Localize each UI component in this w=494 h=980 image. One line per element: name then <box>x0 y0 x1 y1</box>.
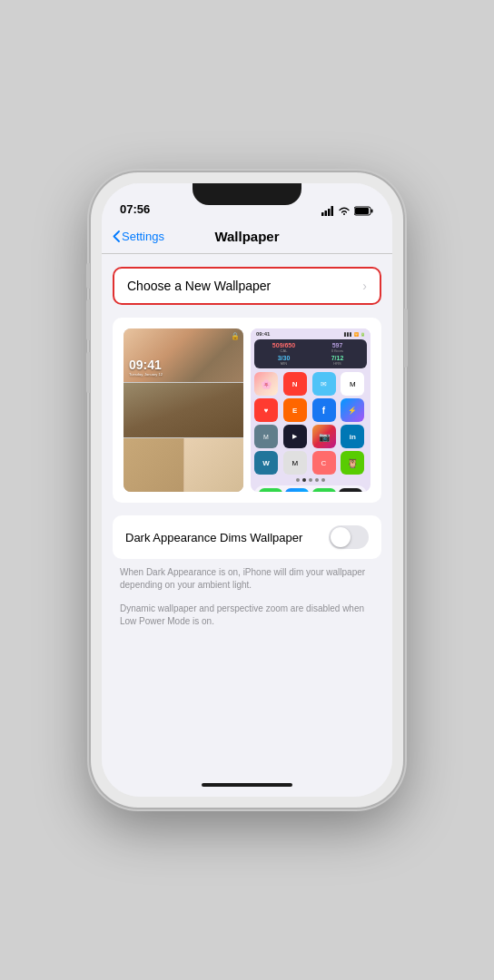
wifi-icon <box>338 206 351 216</box>
choose-wallpaper-container: Choose a New Wallpaper › <box>113 267 381 305</box>
phone-dock-icon[interactable]: 📞 <box>259 488 282 492</box>
choose-wallpaper-label: Choose a New Wallpaper <box>127 279 271 293</box>
low-power-description: Dynamic wallpaper and perspective zoom a… <box>120 603 374 628</box>
power-button[interactable] <box>404 309 408 368</box>
svg-rect-5 <box>371 210 373 213</box>
moto-app-icon[interactable]: M <box>283 451 307 475</box>
home-bar <box>202 783 292 787</box>
home-screen-preview: 09:41 ▋▋▋ 🛜 🔋 509/650 CAL <box>251 328 370 492</box>
signal-icon <box>321 206 334 216</box>
back-button[interactable]: Settings <box>113 230 164 243</box>
page-dot-1 <box>296 478 300 482</box>
page-title: Wallpaper <box>214 229 279 244</box>
fitness-mins: 3/30 MIN <box>258 355 310 366</box>
status-icons <box>321 206 374 216</box>
mining-app-icon[interactable]: M <box>254 425 278 448</box>
photos-app-icon[interactable]: 🌸 <box>254 372 278 396</box>
dark-appearance-section: Dark Appearance Dims Wallpaper <box>113 515 381 559</box>
messenger-app-icon[interactable]: ⚡ <box>341 398 364 422</box>
app-grid: 🌸 N ✉ M ♥ E f ⚡ M ▶ 📷 in W M C <box>251 370 370 476</box>
svg-rect-0 <box>321 212 324 216</box>
fitness-hrs: 7/12 HRS <box>311 355 363 366</box>
phone-frame: 07:56 <box>91 172 403 808</box>
volume-down-button[interactable] <box>86 352 90 393</box>
preview-top-section: 09:41 Tuesday, January 12 🔒 <box>124 328 243 382</box>
battery-icon <box>354 206 374 216</box>
hrs-value: 7/12 <box>311 355 363 361</box>
steps-value: 597 <box>311 342 363 348</box>
page-dot-2 <box>302 478 306 482</box>
fitness-calories: 509/650 CAL <box>258 342 310 353</box>
status-time: 07:56 <box>120 202 150 216</box>
lock-time-overlay: 09:41 Tuesday, January 12 <box>129 358 163 377</box>
safari-dock-icon[interactable]: 🧭 <box>285 488 309 492</box>
chevron-right-icon: › <box>362 279 367 293</box>
volume-up-button[interactable] <box>86 299 90 340</box>
calories-value: 509/650 <box>258 342 310 348</box>
toggle-knob <box>331 527 351 547</box>
fitness-steps: 597 0 floors <box>311 342 363 353</box>
main-content: Choose a New Wallpaper › 09:41 Tuesday, … <box>102 254 392 773</box>
lock-icon: 🔒 <box>231 332 240 340</box>
preview-bot-left <box>124 438 183 492</box>
facebook-app-icon[interactable]: f <box>312 398 336 422</box>
wallpaper-preview: 09:41 Tuesday, January 12 🔒 <box>113 318 381 503</box>
page-dot-5 <box>321 478 325 482</box>
instagram-app-icon[interactable]: 📷 <box>312 425 336 448</box>
fitness-widget: 509/650 CAL 597 0 floors 3/30 MIN 7/12 <box>254 339 367 368</box>
health-app-icon[interactable]: ♥ <box>254 398 278 422</box>
lock-date: Tuesday, January 12 <box>129 372 163 377</box>
preview-bot-right <box>184 438 244 492</box>
gmail-app-icon[interactable]: M <box>341 372 364 396</box>
home-status-icons: ▋▋▋ 🛜 🔋 <box>344 332 365 337</box>
choose-wallpaper-row[interactable]: Choose a New Wallpaper › <box>113 267 381 305</box>
mins-label: MIN <box>258 361 310 366</box>
dark-appearance-toggle[interactable] <box>329 525 369 549</box>
svg-rect-2 <box>328 209 331 216</box>
page-dot-4 <box>315 478 319 482</box>
back-chevron-icon <box>113 230 120 242</box>
steps-label: 0 floors <box>311 348 363 353</box>
svg-rect-1 <box>325 211 328 216</box>
phone-screen: 07:56 <box>102 183 392 797</box>
wordpress-app-icon[interactable]: W <box>254 451 278 475</box>
home-wifi-icon: 🛜 <box>354 332 359 337</box>
etsy-app-icon[interactable]: E <box>283 398 307 422</box>
mins-value: 3/30 <box>258 355 310 361</box>
dock: 📞 🧭 💬 📷 <box>254 485 367 492</box>
home-status-time: 09:41 <box>256 331 270 337</box>
home-battery-icon: 🔋 <box>361 332 365 337</box>
home-signal-icon: ▋▋▋ <box>344 332 352 337</box>
preview-bot-section <box>124 438 243 492</box>
svg-rect-6 <box>355 208 369 214</box>
dark-appearance-label: Dark Appearance Dims Wallpaper <box>125 531 329 544</box>
page-dot-3 <box>309 478 312 482</box>
lock-time: 09:41 <box>129 358 163 372</box>
home-indicator <box>102 773 392 797</box>
email-app-icon[interactable]: ✉ <box>312 372 336 396</box>
calories-label: CAL <box>258 348 310 353</box>
notch <box>193 183 301 205</box>
nav-bar: Settings Wallpaper <box>102 220 392 254</box>
hrs-label: HRS <box>311 361 363 366</box>
messages-dock-icon[interactable]: 💬 <box>312 488 336 492</box>
camera-dock-icon[interactable]: 📷 <box>339 488 362 492</box>
mute-button[interactable] <box>86 263 90 289</box>
svg-rect-3 <box>331 206 334 216</box>
page-dots <box>251 476 370 484</box>
back-label: Settings <box>122 230 164 243</box>
entertainment-app-icon[interactable]: ▶ <box>283 425 307 448</box>
dark-appearance-description: When Dark Appearance is on, iPhone will … <box>120 566 374 592</box>
collage-app-icon[interactable]: C <box>312 451 336 475</box>
lock-screen-preview: 09:41 Tuesday, January 12 🔒 <box>124 328 243 492</box>
news-app-icon[interactable]: N <box>283 372 307 396</box>
home-status-bar: 09:41 ▋▋▋ 🛜 🔋 <box>251 328 370 338</box>
preview-mid-section <box>124 383 243 436</box>
linkedin-app-icon[interactable]: in <box>341 425 364 448</box>
duolingo-app-icon[interactable]: 🦉 <box>341 451 364 475</box>
